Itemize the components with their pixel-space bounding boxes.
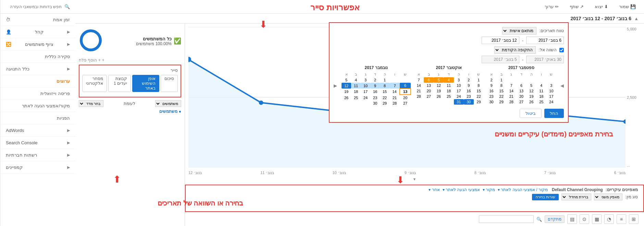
calendar-day[interactable]: 9 — [486, 83, 496, 88]
calendar-day[interactable]: 13 — [400, 89, 411, 95]
calendar-day[interactable]: 18 — [351, 89, 361, 95]
calendar-day[interactable]: 30 — [370, 101, 380, 106]
calendar-day[interactable]: 5 — [434, 77, 444, 83]
calendar-day[interactable]: 26 — [342, 95, 351, 101]
calendar-day[interactable]: 4 — [351, 77, 361, 83]
calendar-day[interactable]: 20 — [424, 88, 434, 94]
calendar-day[interactable]: 30 — [464, 99, 474, 105]
calendar-day[interactable]: 26 — [434, 94, 444, 99]
calendar-day[interactable]: 15 — [496, 88, 506, 94]
col-source[interactable]: מקור ▾ — [483, 187, 495, 192]
calendar-day[interactable]: 20 — [516, 94, 526, 99]
sidebar-item-adwords[interactable]: ▶ AdWords — [0, 124, 75, 137]
sidebar-item-audience[interactable]: ▶ קהל 👤 — [0, 26, 75, 38]
export-button[interactable]: ⬇ יצוא — [592, 3, 611, 11]
calendar-day[interactable]: 25 — [444, 94, 454, 99]
calendar-day[interactable]: 12 — [342, 83, 351, 89]
calendar-day[interactable]: 21 — [389, 95, 400, 101]
calendar-day[interactable]: 28 — [506, 99, 516, 105]
col-default-channel[interactable]: Default Channel Grouping — [552, 187, 603, 192]
date-type-select[interactable]: מותאם אישית — [502, 27, 536, 35]
calendar-day[interactable]: 6 — [400, 83, 411, 89]
compare-end-input[interactable] — [482, 56, 519, 63]
tour-tab-summary[interactable]: סיכום — [161, 75, 178, 92]
sidebar-item-campaigns[interactable]: ▶ קמפיינים — [0, 161, 75, 174]
calendar-day[interactable]: 7 — [389, 83, 400, 89]
calendar-day[interactable]: 6 — [516, 83, 526, 88]
secondary-dimension-select[interactable]: מאפיין משני — [594, 194, 622, 200]
calendar-day[interactable]: 15 — [380, 89, 389, 95]
calendar-day[interactable]: 21 — [506, 94, 516, 99]
tour-tab-usage[interactable]: אופן השימוש באתר — [132, 75, 159, 92]
calendar-day[interactable]: 23 — [464, 94, 474, 99]
sidebar-item-channels[interactable]: ערוצים — [0, 75, 75, 88]
calendar-day[interactable]: 24 — [546, 99, 556, 105]
sidebar-item-realtime[interactable]: זמן אמת ⏱ — [0, 14, 75, 26]
view-grid-icon[interactable]: ⊞ — [629, 214, 639, 224]
calendar-day[interactable]: 12 — [434, 83, 444, 88]
calendar-day[interactable]: 17 — [546, 94, 556, 99]
apply-button[interactable]: החל — [544, 109, 564, 118]
calendar-day[interactable]: 23 — [486, 94, 496, 99]
calendar-day[interactable]: 14 — [414, 83, 424, 88]
calendar-day[interactable]: 15 — [474, 88, 484, 94]
calendar-day[interactable]: 16 — [486, 88, 496, 94]
calendar-day[interactable]: 1 — [496, 77, 506, 83]
calendar-day[interactable]: 6 — [424, 77, 434, 83]
calendar-day[interactable]: 31 — [454, 99, 464, 105]
sidebar-item-all-traffic[interactable]: ▶ כלל התנועה — [0, 63, 75, 75]
calendar-day[interactable]: 9 — [464, 83, 474, 88]
calendar-day[interactable]: 10 — [361, 83, 370, 89]
calendar-day[interactable]: 23 — [370, 95, 380, 101]
sidebar-item-acquisition[interactable]: ▶ ציוף משתמשים 🔀 — [0, 38, 75, 51]
calendar-day[interactable]: 8 — [380, 83, 389, 89]
calendar-day[interactable]: 19 — [527, 94, 536, 99]
calendar-day[interactable]: 11 — [536, 88, 546, 94]
compare-type-select[interactable]: התקופה הקודמת — [494, 46, 536, 54]
calendar-day[interactable]: 12 — [527, 88, 536, 94]
calendar-day[interactable]: 30 — [486, 99, 496, 105]
advanced-button[interactable]: מתקדם — [545, 215, 565, 223]
calendar-day[interactable]: 3 — [546, 83, 556, 88]
calendar-day[interactable]: 19 — [342, 89, 351, 95]
sidebar-item-search-console[interactable]: ▶ Search Console — [0, 137, 75, 149]
calendar-day[interactable]: 2 — [464, 77, 474, 83]
cancel-button[interactable]: ביטול — [520, 109, 542, 118]
calendar-day[interactable]: 4 — [444, 77, 454, 83]
calendar-day[interactable]: 14 — [389, 89, 400, 95]
calendar-day[interactable]: 22 — [496, 94, 506, 99]
calendar-day[interactable]: 27 — [400, 101, 411, 106]
add-segment-button[interactable]: + + הוסף פלח — [79, 58, 181, 63]
calendar-day[interactable]: 19 — [434, 88, 444, 94]
calendar-day[interactable]: 29 — [496, 99, 506, 105]
calendar-day[interactable]: 9 — [370, 83, 380, 89]
calendar-day[interactable]: 22 — [380, 95, 389, 101]
calendar-day[interactable]: 27 — [516, 99, 526, 105]
sidebar-item-referrals[interactable]: הפניות — [0, 112, 75, 124]
col-other[interactable]: אחר ▾ — [429, 187, 439, 192]
calendar-day[interactable]: 11 — [444, 83, 454, 88]
view-table-icon[interactable]: ▤ — [567, 214, 577, 224]
calendar-day[interactable]: 28 — [414, 94, 424, 99]
date-expand-icon[interactable]: ▲ — [634, 16, 639, 21]
compare-checkbox[interactable] — [559, 48, 564, 52]
calendar-day[interactable]: 29 — [380, 101, 389, 106]
calendar-day[interactable]: 22 — [474, 94, 484, 99]
end-date-input[interactable] — [482, 37, 519, 44]
sidebar-item-overview[interactable]: סקירה כללית — [0, 51, 75, 63]
view-select[interactable]: משתמשים — [155, 100, 181, 107]
chart-expander[interactable]: ▼ — [413, 177, 417, 181]
save-button[interactable]: 💾 שמור — [616, 3, 639, 11]
calendar-day[interactable]: 14 — [506, 88, 516, 94]
start-date-input[interactable] — [526, 37, 564, 44]
tour-tab-goals[interactable]: קבוצת יעדים 1 — [108, 75, 131, 92]
calendar-day[interactable]: 7 — [414, 77, 424, 83]
calendar-day[interactable]: 21 — [414, 88, 424, 94]
view-bar-icon[interactable]: ▦ — [592, 214, 602, 224]
calendar-day[interactable]: 5 — [527, 83, 536, 88]
calendar-day[interactable]: 11 — [351, 83, 361, 89]
calendar-day[interactable]: 13 — [516, 88, 526, 94]
calendar-day[interactable]: 2 — [486, 77, 496, 83]
calendar-day[interactable]: 1 — [474, 77, 484, 83]
search-input[interactable] — [479, 215, 534, 223]
